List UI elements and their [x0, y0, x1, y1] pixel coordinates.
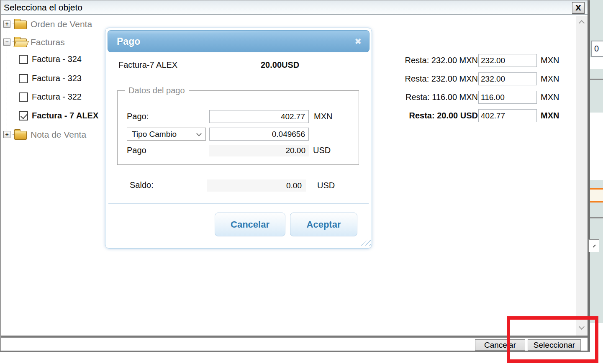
tipo-cambio-input[interactable]: [209, 128, 309, 141]
resta-currency: MXN: [541, 72, 559, 85]
resta-input[interactable]: [478, 54, 537, 67]
pago-modal-header: Pago ✖: [108, 30, 369, 52]
tree-folder-label[interactable]: Nota de Venta: [31, 130, 86, 140]
resta-currency: MXN: [541, 109, 559, 122]
tree-item-factura-323[interactable]: Factura - 323: [19, 74, 82, 83]
expand-plus-icon[interactable]: +: [3, 21, 10, 28]
resta-input[interactable]: [478, 109, 537, 122]
window-border-top: [0, 0, 590, 0]
strip-teal-6: [590, 218, 603, 323]
background-strip: [590, 0, 603, 364]
tree-item-factura-322[interactable]: Factura - 322: [19, 92, 82, 102]
tree-item-nota-de-venta[interactable]: + Nota de Venta: [3, 129, 86, 140]
resta-label: Resta: 116.00 MXN: [368, 91, 478, 104]
strip-cream: [590, 190, 603, 201]
strip-teal-3: [590, 80, 603, 113]
tree-item-factura-7-alex[interactable]: Factura - 7 ALEX: [19, 111, 98, 120]
resta-currency: MXN: [541, 91, 559, 104]
tree-check-label[interactable]: Factura - 322: [32, 92, 82, 102]
pago-modal-title: Pago: [117, 31, 140, 52]
pago-label: Pago:: [127, 112, 149, 121]
invoice-label: Factura-7 ALEX: [118, 60, 177, 70]
resta-currency: MXN: [541, 54, 559, 67]
window-title: Selecciona el objeto: [4, 3, 82, 13]
strip-input: [591, 41, 603, 57]
tree-item-orden-de-venta[interactable]: + Orden de Venta: [3, 19, 92, 29]
select-chevron-icon: [196, 131, 202, 136]
window-titlebar: Selecciona el objeto: [0, 0, 588, 15]
strip-select: [588, 239, 599, 252]
checkbox-unchecked[interactable]: [19, 55, 28, 64]
pago-currency-label: MXN: [314, 112, 332, 121]
modal-accept-button[interactable]: Aceptar: [290, 213, 357, 236]
tipo-cambio-select[interactable]: Tipo Cambio: [127, 128, 206, 141]
tree-folder-label[interactable]: Orden de Venta: [31, 19, 92, 29]
tree-item-factura-324[interactable]: Factura - 324: [19, 54, 82, 64]
window-close-button[interactable]: X: [572, 2, 585, 14]
window-border-left: [0, 0, 1, 352]
resta-input[interactable]: [478, 91, 537, 104]
modal-fieldset-legend: Datos del pago: [125, 86, 189, 95]
strip-select-mark-icon: [591, 243, 595, 247]
modal-cancel-button[interactable]: Cancelar: [215, 213, 285, 236]
saldo-value: 0.00: [207, 179, 306, 192]
pago-amount-input[interactable]: [209, 110, 309, 123]
resta-label: Resta: 232.00 MXN: [368, 72, 478, 85]
window-scrollbar[interactable]: [576, 16, 588, 336]
footer-select-button[interactable]: Seleccionar: [528, 339, 581, 351]
expand-plus-icon[interactable]: +: [3, 131, 10, 138]
open-folder-icon: [14, 38, 27, 47]
tree-item-facturas[interactable]: − Facturas: [3, 37, 65, 47]
saldo-currency: USD: [317, 181, 335, 190]
strip-teal-5: [590, 203, 603, 217]
pago-converted-currency: USD: [313, 146, 331, 155]
scroll-down-icon[interactable]: [579, 324, 585, 330]
modal-close-icon[interactable]: ✖: [354, 31, 362, 52]
folder-icon: [14, 21, 27, 29]
checkbox-checked[interactable]: [19, 111, 28, 120]
checkbox-unchecked[interactable]: [19, 74, 28, 83]
invoice-amount: 20.00USD: [261, 60, 299, 70]
screen: Selecciona el objeto X + Orden de Venta …: [0, 0, 603, 364]
resta-input[interactable]: [478, 72, 537, 85]
tipo-cambio-label: Tipo Cambio: [132, 128, 177, 140]
footer-cancel-button[interactable]: Cancelar: [475, 339, 525, 351]
tree-check-label[interactable]: Factura - 324: [32, 54, 82, 64]
checkbox-unchecked[interactable]: [19, 92, 28, 102]
folder-icon: [14, 131, 27, 140]
modal-divider: [108, 203, 369, 204]
saldo-label: Saldo:: [130, 180, 154, 190]
scroll-up-icon[interactable]: [579, 20, 585, 26]
strip-teal-4: [590, 180, 603, 188]
resta-label: Resta: 232.00 MXN: [368, 54, 478, 67]
tree-check-label[interactable]: Factura - 7 ALEX: [32, 111, 98, 120]
collapse-minus-icon[interactable]: −: [3, 38, 10, 46]
tree-folder-label[interactable]: Facturas: [31, 37, 65, 47]
strip-teal-2: [590, 69, 603, 79]
pago-converted-label: Pago: [127, 146, 146, 155]
tree-check-label[interactable]: Factura - 323: [32, 74, 82, 83]
window-border-bottom: [0, 351, 590, 352]
pago-converted-value: 20.00: [209, 145, 309, 156]
resta-label: Resta: 20.00 USD: [368, 109, 478, 122]
